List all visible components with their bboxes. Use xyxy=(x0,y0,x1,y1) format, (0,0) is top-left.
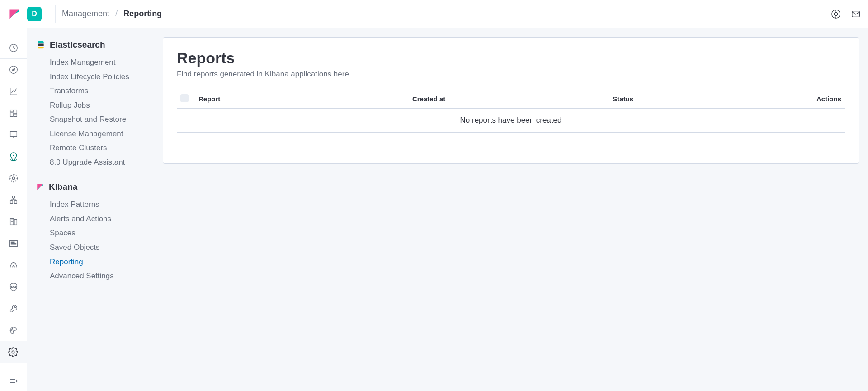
dev-tools-icon[interactable] xyxy=(0,298,27,319)
management-sidenav: Elasticsearch Index Management Index Lif… xyxy=(27,28,163,391)
section-title-text: Kibana xyxy=(49,182,77,192)
siem-icon[interactable] xyxy=(0,276,27,298)
uptime-icon[interactable] xyxy=(0,254,27,276)
space-avatar[interactable]: D xyxy=(27,7,42,21)
breadcrumb-1[interactable]: Reporting xyxy=(123,9,162,18)
col-checkbox xyxy=(177,90,195,109)
kibana-logo[interactable] xyxy=(7,7,22,21)
divider xyxy=(821,5,821,23)
monitoring-icon[interactable] xyxy=(0,319,27,341)
canvas-icon[interactable] xyxy=(0,124,27,146)
management-icon[interactable] xyxy=(0,341,27,363)
svg-point-13 xyxy=(12,177,15,180)
svg-point-15 xyxy=(12,196,15,199)
page-subtitle: Find reports generated in Kibana applica… xyxy=(177,70,845,79)
svg-rect-22 xyxy=(11,243,16,244)
svg-rect-19 xyxy=(14,219,17,225)
svg-rect-9 xyxy=(10,113,13,116)
breadcrumb-0[interactable]: Management xyxy=(62,9,109,18)
empty-message: No reports have been created xyxy=(177,109,845,133)
divider xyxy=(55,5,56,23)
svg-point-2 xyxy=(834,12,837,15)
svg-rect-21 xyxy=(11,242,14,243)
page-title: Reports xyxy=(177,49,845,67)
news-feed-icon[interactable] xyxy=(831,9,841,19)
svg-rect-10 xyxy=(14,114,17,117)
nav-alerts-actions[interactable]: Alerts and Actions xyxy=(50,212,154,226)
breadcrumb: Management / Reporting xyxy=(62,9,162,19)
reports-panel: Reports Find reports generated in Kibana… xyxy=(163,37,859,164)
nav-snapshot-restore[interactable]: Snapshot and Restore xyxy=(50,112,154,127)
infrastructure-icon[interactable] xyxy=(0,189,27,211)
dashboard-icon[interactable] xyxy=(0,102,27,124)
svg-rect-11 xyxy=(10,132,17,137)
nav-rollup-jobs[interactable]: Rollup Jobs xyxy=(50,98,154,113)
section-title-text: Elasticsearch xyxy=(50,40,105,50)
nav-remote-clusters[interactable]: Remote Clusters xyxy=(50,141,154,155)
apm-icon[interactable] xyxy=(0,233,27,254)
visualize-icon[interactable] xyxy=(0,81,27,102)
nav-saved-objects[interactable]: Saved Objects xyxy=(50,240,154,255)
space-initial: D xyxy=(32,10,37,18)
col-created-at[interactable]: Created at xyxy=(409,90,609,109)
nav-transforms[interactable]: Transforms xyxy=(50,84,154,98)
main-area: Elasticsearch Index Management Index Lif… xyxy=(27,28,868,391)
col-actions: Actions xyxy=(804,90,845,109)
svg-rect-8 xyxy=(14,110,17,114)
section-kibana: Kibana xyxy=(36,182,154,192)
section-elasticsearch: Elasticsearch xyxy=(36,40,154,50)
svg-rect-17 xyxy=(14,201,17,204)
svg-marker-6 xyxy=(13,69,15,71)
discover-icon[interactable] xyxy=(0,59,27,81)
kibana-logo-icon xyxy=(36,183,44,191)
svg-point-23 xyxy=(12,351,14,353)
nav-rail xyxy=(0,28,27,391)
nav-spaces[interactable]: Spaces xyxy=(50,226,154,240)
col-report[interactable]: Report xyxy=(195,90,409,109)
nav-license[interactable]: License Management xyxy=(50,127,154,141)
nav-upgrade-assistant[interactable]: 8.0 Upgrade Assistant xyxy=(50,155,154,170)
kibana-nav-list: Index Patterns Alerts and Actions Spaces… xyxy=(36,197,154,283)
svg-point-12 xyxy=(13,155,14,156)
select-all-checkbox[interactable] xyxy=(180,94,189,102)
top-bar: D Management / Reporting xyxy=(0,0,868,28)
nav-reporting[interactable]: Reporting xyxy=(50,255,154,269)
elasticsearch-nav-list: Index Management Index Lifecycle Policie… xyxy=(36,55,154,169)
nav-index-patterns[interactable]: Index Patterns xyxy=(50,197,154,212)
maps-icon[interactable] xyxy=(0,146,27,167)
svg-rect-7 xyxy=(10,110,13,112)
nav-ilm[interactable]: Index Lifecycle Policies xyxy=(50,70,154,84)
elasticsearch-logo-icon xyxy=(36,40,45,49)
reports-table: Report Created at Status Actions No repo… xyxy=(177,90,845,133)
logs-icon[interactable] xyxy=(0,211,27,233)
svg-rect-24 xyxy=(38,44,43,46)
nav-index-management[interactable]: Index Management xyxy=(50,55,154,70)
ml-icon[interactable] xyxy=(0,167,27,189)
col-status[interactable]: Status xyxy=(609,90,804,109)
svg-rect-3 xyxy=(852,11,860,17)
nav-advanced-settings[interactable]: Advanced Settings xyxy=(50,269,154,283)
svg-rect-16 xyxy=(10,201,13,204)
collapse-rail-icon[interactable] xyxy=(0,373,27,389)
mail-icon[interactable] xyxy=(851,9,861,19)
breadcrumb-sep: / xyxy=(115,9,118,18)
recently-viewed-icon[interactable] xyxy=(0,37,27,59)
